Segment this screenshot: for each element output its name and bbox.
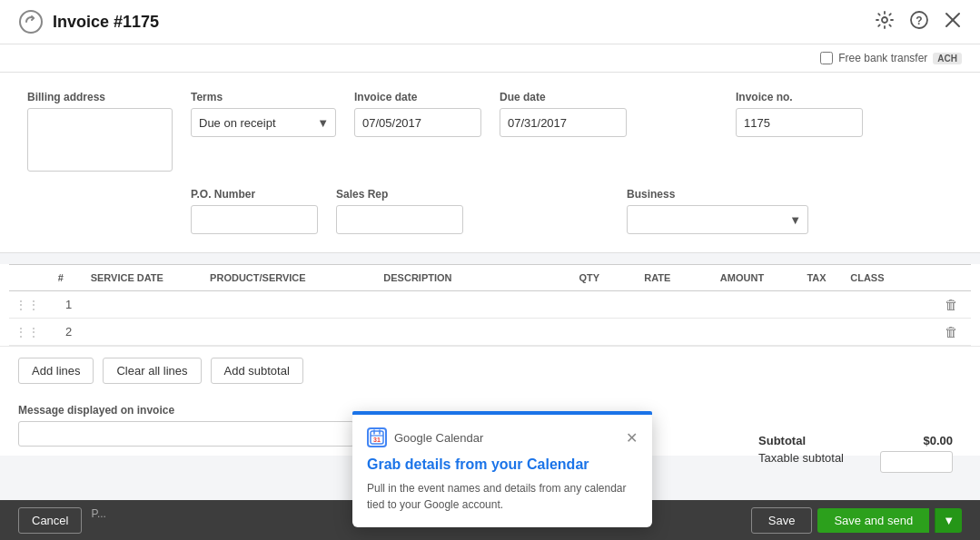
invoice-no-label: Invoice no.: [736, 91, 863, 103]
form-row-2: P.O. Number Sales Rep Business ▼: [27, 188, 953, 234]
terms-label: Terms: [191, 91, 336, 103]
footer-page-indicator: P...: [91, 507, 105, 534]
billing-address-label: Billing address: [27, 91, 173, 103]
row-1-rate[interactable]: [638, 291, 715, 319]
th-product: PRODUCT/SERVICE: [204, 265, 378, 291]
row-1-class[interactable]: [845, 291, 932, 319]
terms-select[interactable]: Due on receipt Net 15 Net 30 Net 60: [191, 108, 336, 137]
message-input[interactable]: [18, 421, 354, 447]
free-bank-transfer-checkbox[interactable]: [820, 52, 833, 64]
clear-lines-button[interactable]: Clear all lines: [103, 358, 201, 384]
business-group: Business ▼: [627, 188, 808, 234]
business-select[interactable]: [627, 205, 808, 234]
row-1-tax[interactable]: [801, 291, 845, 319]
subtotal-row: Subtotal $0.00: [758, 434, 953, 447]
svg-point-1: [882, 17, 887, 23]
th-rate: RATE: [638, 265, 715, 291]
free-bank-transfer-label: Free bank transfer: [838, 52, 927, 64]
footer-right: Save Save and send ▼: [751, 507, 962, 534]
table-header-row: # SERVICE DATE PRODUCT/SERVICE DESCRIPTI…: [9, 265, 971, 291]
business-select-wrapper: ▼: [627, 205, 808, 234]
invoice-date-label: Invoice date: [354, 91, 481, 103]
gcal-popup-header: 31 Google Calendar ✕: [367, 427, 638, 447]
row-1-amount[interactable]: [715, 291, 802, 319]
row-2-qty[interactable]: [573, 319, 638, 346]
save-and-send-button[interactable]: Save and send: [817, 508, 929, 533]
gcal-description: Pull in the event names and details from…: [367, 480, 638, 513]
row-1-servicedate[interactable]: [85, 291, 204, 319]
th-drag: [9, 265, 53, 291]
svg-text:?: ?: [916, 15, 922, 27]
invoice-no-input[interactable]: [736, 108, 863, 137]
subtotal-value: $0.00: [923, 434, 953, 447]
taxable-input[interactable]: [880, 451, 953, 473]
th-class: CLASS: [845, 265, 932, 291]
save-and-send-dropdown-button[interactable]: ▼: [935, 508, 962, 533]
due-date-input[interactable]: [500, 108, 627, 137]
invoice-no-group: Invoice no.: [736, 91, 863, 137]
free-bank-transfer-option: Free bank transfer ACH: [820, 52, 962, 64]
save-button[interactable]: Save: [751, 507, 813, 534]
terms-group: Terms Due on receipt Net 15 Net 30 Net 6…: [191, 91, 336, 137]
add-subtotal-button[interactable]: Add subtotal: [211, 358, 303, 384]
settings-button[interactable]: [875, 10, 895, 34]
row-1-num: 1: [53, 291, 85, 319]
row-2-amount[interactable]: [715, 319, 802, 346]
footer-left: Cancel P...: [18, 507, 106, 534]
invoice-date-input[interactable]: [354, 108, 481, 137]
th-tax: TAX: [801, 265, 845, 291]
gcal-icon: 31: [367, 427, 387, 447]
gcal-progress-bar: [352, 411, 652, 415]
help-button[interactable]: ?: [909, 10, 929, 34]
taxable-label: Taxable subtotal: [758, 451, 844, 473]
row-2-servicedate[interactable]: [85, 319, 204, 346]
row-1-product[interactable]: [204, 291, 378, 319]
row-2-product[interactable]: [204, 319, 378, 346]
sales-rep-label: Sales Rep: [336, 188, 463, 201]
svg-point-0: [20, 11, 42, 33]
page-title: Invoice #1175: [53, 13, 159, 32]
table-row: ⋮⋮ 1 🗑: [9, 291, 971, 319]
po-number-group: P.O. Number: [191, 188, 318, 234]
th-action: [932, 265, 971, 291]
header-left: Invoice #1175: [18, 9, 159, 34]
po-number-input[interactable]: [191, 205, 318, 234]
billing-address-box[interactable]: [27, 108, 173, 172]
delete-row-2-button[interactable]: 🗑: [945, 324, 958, 339]
th-num: #: [53, 265, 85, 291]
terms-select-wrapper: Due on receipt Net 15 Net 30 Net 60 ▼: [191, 108, 336, 137]
form-row-1: Billing address Terms Due on receipt Net…: [27, 91, 953, 172]
th-qty: QTY: [573, 265, 638, 291]
business-label: Business: [627, 188, 808, 201]
th-service-date: SERVICE DATE: [85, 265, 204, 291]
subtotal-area: Subtotal $0.00 Taxable subtotal: [758, 434, 953, 476]
row-2-description[interactable]: [378, 319, 573, 346]
refresh-icon: [18, 9, 44, 34]
close-button[interactable]: [944, 11, 962, 34]
row-1-qty[interactable]: [573, 291, 638, 319]
delete-row-1-button[interactable]: 🗑: [945, 297, 958, 312]
header-right: ?: [875, 10, 962, 34]
row-2-rate[interactable]: [638, 319, 715, 346]
taxable-row: Taxable subtotal: [758, 451, 953, 473]
row-2-class[interactable]: [845, 319, 932, 346]
billing-address-group: Billing address: [27, 91, 173, 172]
gcal-close-button[interactable]: ✕: [626, 429, 638, 447]
section-divider: [0, 253, 980, 264]
row-1-description[interactable]: [378, 291, 573, 319]
th-amount: AMOUNT: [715, 265, 802, 291]
ach-badge: ACH: [933, 53, 962, 64]
bottom-actions: Add lines Clear all lines Add subtotal: [0, 346, 980, 395]
table-area: # SERVICE DATE PRODUCT/SERVICE DESCRIPTI…: [0, 264, 980, 346]
sales-rep-group: Sales Rep: [336, 188, 463, 234]
svg-text:31: 31: [373, 437, 381, 443]
gcal-title: Grab details from your Calendar: [367, 457, 638, 473]
gcal-brand-label: Google Calendar: [394, 431, 483, 445]
sales-rep-input[interactable]: [336, 205, 463, 234]
row-2-tax[interactable]: [801, 319, 845, 346]
drag-handle-2[interactable]: ⋮⋮: [15, 325, 40, 339]
subtotal-label: Subtotal: [758, 434, 806, 447]
cancel-button[interactable]: Cancel: [18, 507, 82, 534]
drag-handle-1[interactable]: ⋮⋮: [15, 298, 40, 312]
add-lines-button[interactable]: Add lines: [18, 358, 94, 384]
